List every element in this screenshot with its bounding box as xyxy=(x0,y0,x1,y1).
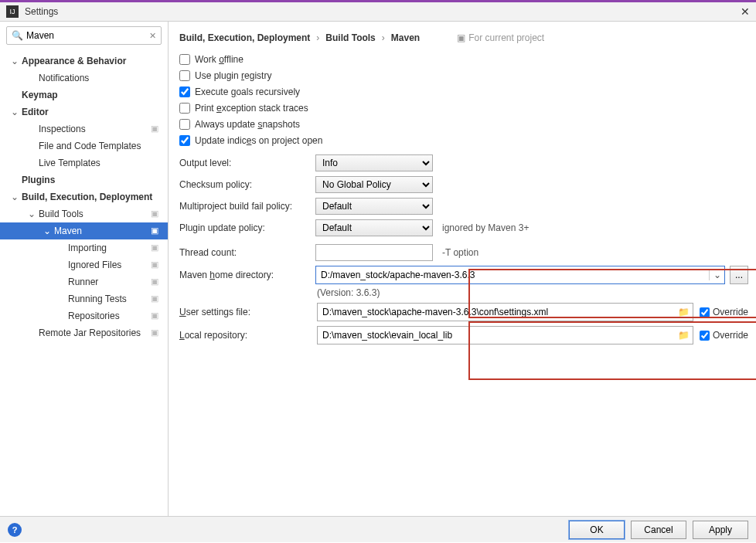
browse-maven-home-button[interactable]: ... xyxy=(730,266,748,284)
maven-home-combo[interactable]: ⌄ xyxy=(315,266,725,284)
crumb-2[interactable]: Build Tools xyxy=(325,32,375,43)
override-local-repo-checkbox[interactable] xyxy=(700,331,710,341)
search-input[interactable] xyxy=(23,29,149,42)
check-update-indices[interactable]: Update indices on project open xyxy=(179,135,748,146)
tree-repositories[interactable]: Repositories▣ xyxy=(0,307,168,324)
profile-icon: ▣ xyxy=(151,124,162,134)
tree-plugins[interactable]: Plugins xyxy=(0,171,168,188)
tree-running-tests[interactable]: Running Tests▣ xyxy=(0,290,168,307)
plugin-registry-label: Use plugin registry xyxy=(195,70,271,81)
profile-scope-icon: ▣ xyxy=(457,32,465,43)
folder-icon[interactable]: 📁 xyxy=(676,307,693,317)
tree-editor[interactable]: ⌄Editor xyxy=(0,104,168,120)
always-update-checkbox[interactable] xyxy=(179,119,190,130)
override-user-settings-checkbox[interactable] xyxy=(700,307,710,317)
update-indices-label: Update indices on project open xyxy=(195,135,322,146)
override-label: Override xyxy=(713,330,748,341)
for-project-label: ▣ For current project xyxy=(457,32,544,43)
output-level-label: Output level: xyxy=(179,158,315,168)
tree-bed[interactable]: ⌄Build, Execution, Deployment xyxy=(0,188,168,205)
tree-remote-jar[interactable]: Remote Jar Repositories▣ xyxy=(0,324,168,341)
tree-ignored[interactable]: Ignored Files▣ xyxy=(0,256,168,273)
folder-icon[interactable]: 📁 xyxy=(676,330,693,341)
tree-notifications[interactable]: Notifications xyxy=(0,70,168,87)
profile-icon: ▣ xyxy=(151,260,162,270)
check-work-offline[interactable]: Work offline xyxy=(179,54,748,65)
user-settings-input-wrap[interactable]: 📁 xyxy=(317,303,693,321)
plugin-update-select[interactable]: Default xyxy=(315,219,433,236)
crumb-1[interactable]: Build, Execution, Deployment xyxy=(179,32,310,43)
maven-home-label: Maven home directory: xyxy=(179,270,315,280)
check-always-update[interactable]: Always update snapshots xyxy=(179,119,748,130)
sidebar: 🔍 ✕ ⌄Appearance & Behavior Notifications… xyxy=(0,22,169,516)
chevron-right-icon: › xyxy=(382,32,385,43)
multiproject-select[interactable]: Default xyxy=(315,198,433,215)
thread-count-hint: -T option xyxy=(442,247,478,258)
ok-button[interactable]: OK xyxy=(569,521,625,539)
tree-appearance[interactable]: ⌄Appearance & Behavior xyxy=(0,53,168,70)
thread-count-input[interactable] xyxy=(315,244,433,261)
clear-icon[interactable]: ✕ xyxy=(149,31,156,41)
plugin-update-label: Plugin update policy: xyxy=(179,222,315,233)
cancel-button[interactable]: Cancel xyxy=(631,521,686,539)
profile-icon: ▣ xyxy=(151,243,162,253)
user-settings-label: User settings file: xyxy=(179,307,311,317)
settings-tree: ⌄Appearance & Behavior Notifications Key… xyxy=(0,49,168,516)
override-local-repo[interactable]: Override xyxy=(700,330,748,341)
print-exception-label: Print exception stack traces xyxy=(195,103,308,114)
checksum-policy-select[interactable]: No Global Policy xyxy=(315,176,433,193)
work-offline-label: Work offline xyxy=(195,54,243,65)
tree-inspections[interactable]: Inspections▣ xyxy=(0,120,168,137)
thread-count-label: Thread count: xyxy=(179,247,315,258)
tree-maven[interactable]: ⌄Maven▣ xyxy=(0,222,168,239)
plugin-update-hint: ignored by Maven 3+ xyxy=(442,222,529,233)
maven-home-input[interactable] xyxy=(316,270,709,280)
maven-version-label: (Version: 3.6.3) xyxy=(317,287,748,298)
profile-icon: ▣ xyxy=(151,226,162,236)
profile-icon: ▣ xyxy=(151,294,162,304)
tree-importing[interactable]: Importing▣ xyxy=(0,239,168,256)
search-box[interactable]: 🔍 ✕ xyxy=(6,26,162,45)
close-icon[interactable]: ✕ xyxy=(727,5,750,18)
tree-keymap[interactable]: Keymap xyxy=(0,87,168,104)
plugin-registry-checkbox[interactable] xyxy=(179,70,190,81)
override-label: Override xyxy=(713,307,748,317)
search-icon: 🔍 xyxy=(12,30,23,41)
check-use-plugin-registry[interactable]: Use plugin registry xyxy=(179,70,748,81)
local-repo-input[interactable] xyxy=(318,330,676,341)
override-user-settings[interactable]: Override xyxy=(700,307,748,317)
work-offline-checkbox[interactable] xyxy=(179,54,190,65)
profile-icon: ▣ xyxy=(151,311,162,321)
main-panel: Build, Execution, Deployment › Build Too… xyxy=(169,22,756,516)
print-exception-checkbox[interactable] xyxy=(179,103,190,114)
chevron-right-icon: › xyxy=(316,32,319,43)
execute-goals-checkbox[interactable] xyxy=(179,87,190,97)
local-repo-label: Local repository: xyxy=(179,330,311,341)
tree-live-templates[interactable]: Live Templates xyxy=(0,154,168,171)
check-execute-goals[interactable]: Execute goals recursively xyxy=(179,87,748,97)
dialog-footer: ? OK Cancel Apply xyxy=(0,516,756,542)
app-icon: IJ xyxy=(6,5,19,18)
profile-icon: ▣ xyxy=(151,327,162,338)
tree-build-tools[interactable]: ⌄Build Tools▣ xyxy=(0,205,168,222)
profile-icon: ▣ xyxy=(151,209,162,219)
crumb-3: Maven xyxy=(391,32,420,43)
checksum-policy-label: Checksum policy: xyxy=(179,179,315,190)
check-print-exception[interactable]: Print exception stack traces xyxy=(179,103,748,114)
always-update-label: Always update snapshots xyxy=(195,119,300,130)
multiproject-label: Multiproject build fail policy: xyxy=(179,201,315,212)
breadcrumb: Build, Execution, Deployment › Build Too… xyxy=(179,32,748,43)
execute-goals-label: Execute goals recursively xyxy=(195,87,300,97)
tree-runner[interactable]: Runner▣ xyxy=(0,273,168,290)
apply-button[interactable]: Apply xyxy=(693,521,748,539)
user-settings-input[interactable] xyxy=(318,307,676,317)
title-bar: IJ Settings ✕ xyxy=(0,0,756,22)
update-indices-checkbox[interactable] xyxy=(179,135,190,146)
chevron-down-icon[interactable]: ⌄ xyxy=(709,270,724,280)
profile-icon: ▣ xyxy=(151,277,162,287)
window-title: Settings xyxy=(25,6,727,17)
help-icon[interactable]: ? xyxy=(8,523,22,537)
local-repo-input-wrap[interactable]: 📁 xyxy=(317,326,693,344)
output-level-select[interactable]: Info xyxy=(315,154,433,171)
tree-file-templates[interactable]: File and Code Templates xyxy=(0,137,168,154)
